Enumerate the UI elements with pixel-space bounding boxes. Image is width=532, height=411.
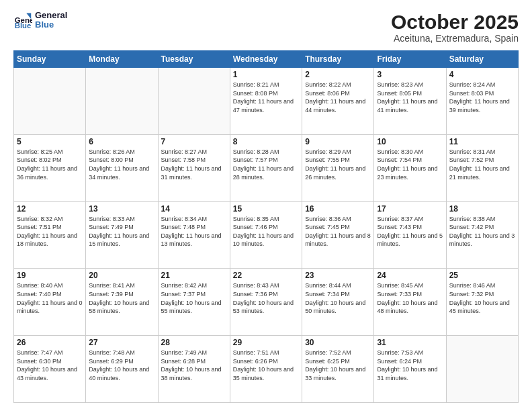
logo: General Blue General Blue <box>13 11 67 30</box>
day-number: 10 <box>377 137 443 146</box>
day-info: Sunrise: 8:33 AM Sunset: 7:49 PM Dayligh… <box>89 215 154 248</box>
day-number: 28 <box>161 338 227 347</box>
day-number: 8 <box>233 137 299 146</box>
cell-week2-day2: 6Sunrise: 8:26 AM Sunset: 8:00 PM Daylig… <box>86 134 158 201</box>
day-number: 20 <box>89 271 154 280</box>
logo-line1: General <box>35 11 67 20</box>
day-info: Sunrise: 8:24 AM Sunset: 8:03 PM Dayligh… <box>449 81 515 114</box>
day-info: Sunrise: 7:48 AM Sunset: 6:29 PM Dayligh… <box>89 349 154 382</box>
day-info: Sunrise: 7:52 AM Sunset: 6:25 PM Dayligh… <box>305 349 371 382</box>
day-info: Sunrise: 8:41 AM Sunset: 7:39 PM Dayligh… <box>89 281 154 315</box>
day-number: 27 <box>89 338 154 347</box>
page-header: General Blue General Blue October 2025 A… <box>13 11 519 44</box>
svg-text:Blue: Blue <box>15 22 32 30</box>
cell-week1-day2 <box>86 68 158 135</box>
cell-week5-day6: 31Sunrise: 7:53 AM Sunset: 6:24 PM Dayli… <box>374 336 446 403</box>
day-info: Sunrise: 8:29 AM Sunset: 7:55 PM Dayligh… <box>305 148 371 181</box>
cell-week5-day5: 30Sunrise: 7:52 AM Sunset: 6:25 PM Dayli… <box>302 336 374 403</box>
cell-week4-day2: 20Sunrise: 8:41 AM Sunset: 7:39 PM Dayli… <box>86 269 158 336</box>
day-number: 13 <box>89 204 154 214</box>
cell-week5-day4: 29Sunrise: 7:51 AM Sunset: 6:26 PM Dayli… <box>230 336 302 403</box>
day-number: 11 <box>449 137 515 146</box>
day-number: 15 <box>233 204 299 214</box>
day-info: Sunrise: 8:38 AM Sunset: 7:42 PM Dayligh… <box>449 215 515 248</box>
day-info: Sunrise: 8:32 AM Sunset: 7:51 PM Dayligh… <box>17 215 83 248</box>
cell-week5-day2: 27Sunrise: 7:48 AM Sunset: 6:29 PM Dayli… <box>86 336 158 403</box>
day-info: Sunrise: 8:27 AM Sunset: 7:58 PM Dayligh… <box>161 148 227 181</box>
day-number: 22 <box>233 271 299 280</box>
cell-week3-day7: 18Sunrise: 8:38 AM Sunset: 7:42 PM Dayli… <box>446 201 518 269</box>
header-wednesday: Wednesday <box>230 51 302 68</box>
day-info: Sunrise: 7:49 AM Sunset: 6:28 PM Dayligh… <box>161 349 227 382</box>
cell-week1-day6: 3Sunrise: 8:23 AM Sunset: 8:05 PM Daylig… <box>374 68 446 135</box>
day-number: 16 <box>305 204 371 214</box>
cell-week3-day3: 14Sunrise: 8:34 AM Sunset: 7:48 PM Dayli… <box>158 201 230 269</box>
cell-week4-day6: 24Sunrise: 8:45 AM Sunset: 7:33 PM Dayli… <box>374 269 446 336</box>
day-info: Sunrise: 8:23 AM Sunset: 8:05 PM Dayligh… <box>377 81 443 114</box>
day-number: 29 <box>233 338 299 347</box>
cell-week2-day6: 10Sunrise: 8:30 AM Sunset: 7:54 PM Dayli… <box>374 134 446 201</box>
day-number: 31 <box>377 338 443 347</box>
cell-week3-day4: 15Sunrise: 8:35 AM Sunset: 7:46 PM Dayli… <box>230 201 302 269</box>
cell-week1-day1 <box>14 68 86 135</box>
title-block: October 2025 Aceituna, Extremadura, Spai… <box>391 11 519 44</box>
day-info: Sunrise: 8:25 AM Sunset: 8:02 PM Dayligh… <box>17 148 83 181</box>
day-number: 30 <box>305 338 371 347</box>
cell-week3-day2: 13Sunrise: 8:33 AM Sunset: 7:49 PM Dayli… <box>86 201 158 269</box>
day-info: Sunrise: 8:36 AM Sunset: 7:45 PM Dayligh… <box>305 215 371 248</box>
cell-week2-day4: 8Sunrise: 8:28 AM Sunset: 7:57 PM Daylig… <box>230 134 302 201</box>
day-number: 18 <box>449 204 515 214</box>
cell-week5-day1: 26Sunrise: 7:47 AM Sunset: 6:30 PM Dayli… <box>14 336 86 403</box>
day-number: 21 <box>161 271 227 280</box>
day-number: 7 <box>161 137 227 146</box>
cell-week5-day7 <box>446 336 518 403</box>
day-info: Sunrise: 8:35 AM Sunset: 7:46 PM Dayligh… <box>233 215 299 248</box>
cell-week2-day1: 5Sunrise: 8:25 AM Sunset: 8:02 PM Daylig… <box>14 134 86 201</box>
cell-week4-day5: 23Sunrise: 8:44 AM Sunset: 7:34 PM Dayli… <box>302 269 374 336</box>
day-number: 14 <box>161 204 227 214</box>
day-info: Sunrise: 8:22 AM Sunset: 8:06 PM Dayligh… <box>305 81 371 114</box>
day-number: 17 <box>377 204 443 214</box>
header-sunday: Sunday <box>14 51 86 68</box>
day-number: 6 <box>89 137 154 146</box>
header-saturday: Saturday <box>446 51 518 68</box>
day-number: 3 <box>377 70 443 79</box>
cell-week4-day3: 21Sunrise: 8:42 AM Sunset: 7:37 PM Dayli… <box>158 269 230 336</box>
cell-week4-day7: 25Sunrise: 8:46 AM Sunset: 7:32 PM Dayli… <box>446 269 518 336</box>
cell-week2-day3: 7Sunrise: 8:27 AM Sunset: 7:58 PM Daylig… <box>158 134 230 201</box>
cell-week1-day4: 1Sunrise: 8:21 AM Sunset: 8:08 PM Daylig… <box>230 68 302 135</box>
day-info: Sunrise: 8:45 AM Sunset: 7:33 PM Dayligh… <box>377 281 443 315</box>
cell-week1-day3 <box>158 68 230 135</box>
day-info: Sunrise: 8:46 AM Sunset: 7:32 PM Dayligh… <box>449 281 515 315</box>
cell-week1-day5: 2Sunrise: 8:22 AM Sunset: 8:06 PM Daylig… <box>302 68 374 135</box>
cell-week4-day4: 22Sunrise: 8:43 AM Sunset: 7:36 PM Dayli… <box>230 269 302 336</box>
day-number: 24 <box>377 271 443 280</box>
location-subtitle: Aceituna, Extremadura, Spain <box>391 33 519 44</box>
day-number: 2 <box>305 70 371 79</box>
month-title: October 2025 <box>391 11 519 33</box>
day-info: Sunrise: 8:21 AM Sunset: 8:08 PM Dayligh… <box>233 81 299 114</box>
day-info: Sunrise: 7:53 AM Sunset: 6:24 PM Dayligh… <box>377 349 443 382</box>
day-info: Sunrise: 8:37 AM Sunset: 7:43 PM Dayligh… <box>377 215 443 248</box>
day-number: 19 <box>17 271 83 280</box>
day-info: Sunrise: 8:40 AM Sunset: 7:40 PM Dayligh… <box>17 281 83 315</box>
day-number: 23 <box>305 271 371 280</box>
calendar-table: SundayMondayTuesdayWednesdayThursdayFrid… <box>13 50 519 403</box>
day-info: Sunrise: 8:28 AM Sunset: 7:57 PM Dayligh… <box>233 148 299 181</box>
day-number: 25 <box>449 271 515 280</box>
day-number: 26 <box>17 338 83 347</box>
header-monday: Monday <box>86 51 158 68</box>
cell-week4-day1: 19Sunrise: 8:40 AM Sunset: 7:40 PM Dayli… <box>14 269 86 336</box>
day-info: Sunrise: 8:42 AM Sunset: 7:37 PM Dayligh… <box>161 281 227 315</box>
day-number: 5 <box>17 137 83 146</box>
day-info: Sunrise: 7:47 AM Sunset: 6:30 PM Dayligh… <box>17 349 83 382</box>
day-number: 1 <box>233 70 299 79</box>
day-info: Sunrise: 8:31 AM Sunset: 7:52 PM Dayligh… <box>449 148 515 181</box>
cell-week1-day7: 4Sunrise: 8:24 AM Sunset: 8:03 PM Daylig… <box>446 68 518 135</box>
cell-week2-day7: 11Sunrise: 8:31 AM Sunset: 7:52 PM Dayli… <box>446 134 518 201</box>
day-number: 4 <box>449 70 515 79</box>
header-thursday: Thursday <box>302 51 374 68</box>
header-friday: Friday <box>374 51 446 68</box>
logo-line2: Blue <box>35 20 67 30</box>
cell-week3-day1: 12Sunrise: 8:32 AM Sunset: 7:51 PM Dayli… <box>14 201 86 269</box>
